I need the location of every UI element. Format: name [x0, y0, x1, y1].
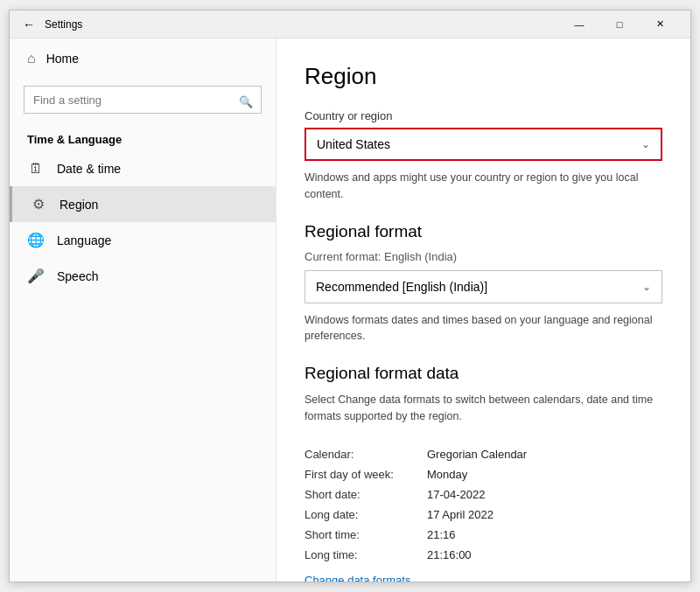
- sidebar-home-item[interactable]: ⌂ Home: [10, 38, 276, 79]
- table-row: Short date: 17-04-2022: [304, 484, 662, 505]
- regional-format-value: Recommended [English (India)]: [316, 280, 487, 294]
- table-row: Short time: 21:16: [304, 525, 662, 545]
- sidebar-item-region-label: Region: [60, 198, 98, 212]
- table-cell-key: Long time:: [304, 545, 427, 565]
- sidebar-item-region[interactable]: ⚙ Region: [10, 186, 276, 222]
- search-input[interactable]: [24, 86, 262, 114]
- regional-data-table: Calendar: Gregorian Calendar First day o…: [304, 444, 662, 565]
- language-icon: 🌐: [27, 232, 45, 248]
- table-row: Calendar: Gregorian Calendar: [304, 444, 662, 464]
- minimize-button[interactable]: —: [559, 10, 599, 38]
- sidebar-item-language[interactable]: 🌐 Language: [10, 222, 276, 258]
- table-cell-value: 21:16: [427, 525, 662, 545]
- close-button[interactable]: ✕: [640, 10, 680, 38]
- sidebar-item-date-time-label: Date & time: [57, 162, 121, 176]
- page-title: Region: [304, 63, 662, 90]
- region-icon: ⚙: [30, 196, 47, 212]
- country-section-label: Country or region: [304, 109, 662, 122]
- search-button[interactable]: 🔍: [235, 92, 256, 112]
- settings-window: ← Settings — □ ✕ ⌂ Home 🔍 Time & Languag…: [9, 10, 691, 582]
- regional-format-data-hint: Select Change data formats to switch bet…: [304, 392, 662, 425]
- regional-format-data-heading: Regional format data: [304, 364, 662, 383]
- table-cell-value: 17-04-2022: [427, 484, 662, 505]
- window-title: Settings: [45, 18, 559, 31]
- country-hint: Windows and apps might use your country …: [304, 170, 662, 203]
- home-label: Home: [46, 52, 79, 66]
- table-cell-key: Short date:: [304, 484, 427, 505]
- table-cell-value: 17 April 2022: [427, 505, 662, 525]
- table-cell-key: First day of week:: [304, 464, 427, 484]
- regional-format-dropdown[interactable]: Recommended [English (India)] ⌄: [304, 270, 662, 303]
- country-dropdown-value: United States: [317, 137, 390, 151]
- sidebar-section-title: Time & Language: [10, 124, 276, 151]
- title-bar: ← Settings — □ ✕: [10, 10, 690, 38]
- content-area: ⌂ Home 🔍 Time & Language 🗓 Date & time ⚙…: [10, 38, 690, 582]
- back-button[interactable]: ←: [20, 16, 38, 33]
- sidebar-item-language-label: Language: [57, 233, 111, 247]
- country-dropdown-chevron: ⌄: [641, 138, 650, 150]
- maximize-button[interactable]: □: [599, 10, 640, 38]
- table-row: Long time: 21:16:00: [304, 545, 662, 565]
- sidebar-item-speech[interactable]: 🎤 Speech: [10, 258, 276, 294]
- table-cell-value: 21:16:00: [427, 545, 662, 565]
- change-data-formats-link[interactable]: Change data formats: [304, 574, 410, 582]
- table-cell-value: Gregorian Calendar: [427, 444, 662, 464]
- table-cell-key: Calendar:: [304, 444, 427, 464]
- table-cell-key: Short time:: [304, 525, 427, 545]
- main-content: Region Country or region United States ⌄…: [276, 38, 690, 582]
- search-container: 🔍: [10, 79, 276, 124]
- current-format-label: Current format: English (India): [304, 250, 662, 263]
- table-row: Long date: 17 April 2022: [304, 505, 662, 525]
- window-controls: — □ ✕: [559, 10, 680, 38]
- country-dropdown[interactable]: United States ⌄: [304, 128, 662, 161]
- sidebar: ⌂ Home 🔍 Time & Language 🗓 Date & time ⚙…: [10, 38, 276, 582]
- regional-format-chevron: ⌄: [642, 281, 651, 293]
- speech-icon: 🎤: [27, 268, 45, 284]
- home-icon: ⌂: [27, 51, 36, 66]
- table-cell-value: Monday: [427, 464, 662, 484]
- date-time-icon: 🗓: [27, 161, 45, 177]
- table-cell-key: Long date:: [304, 505, 427, 525]
- regional-format-heading: Regional format: [304, 222, 662, 241]
- sidebar-item-speech-label: Speech: [57, 269, 98, 283]
- regional-format-hint: Windows formats dates and times based on…: [304, 312, 662, 345]
- sidebar-item-date-time[interactable]: 🗓 Date & time: [10, 151, 276, 186]
- table-row: First day of week: Monday: [304, 464, 662, 484]
